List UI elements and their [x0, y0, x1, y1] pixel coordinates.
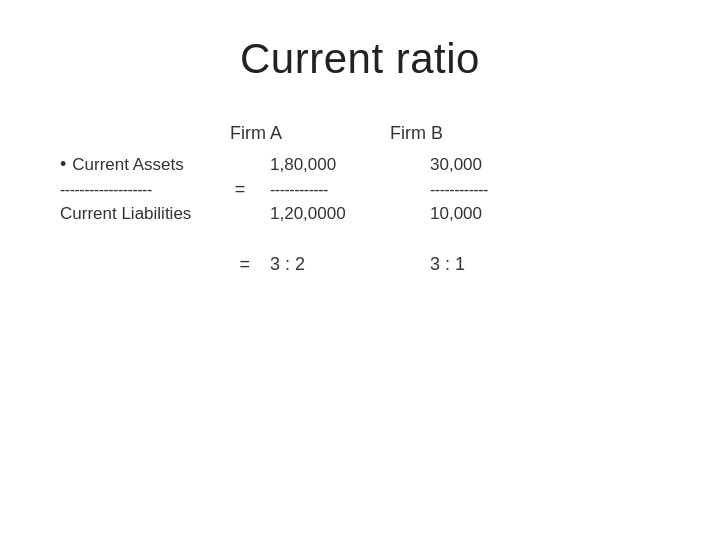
header-row: Firm A Firm B	[220, 123, 660, 144]
divider-label: -------------------	[60, 181, 220, 199]
result-firm-b: 3 : 1	[420, 254, 580, 275]
current-assets-firm-a: 1,80,000	[260, 155, 420, 175]
content-area: Firm A Firm B • Current Assets 1,80,000 …	[60, 123, 660, 275]
result-row: = 3 : 2 3 : 1	[60, 254, 660, 275]
current-assets-firm-b: 30,000	[420, 155, 580, 175]
liabilities-firm-b: 10,000	[420, 204, 580, 224]
current-assets-row: • Current Assets 1,80,000 30,000	[60, 154, 660, 175]
firm-a-header: Firm A	[220, 123, 380, 144]
firm-b-header: Firm B	[380, 123, 540, 144]
liabilities-label: Current Liabilities	[60, 204, 220, 224]
divider-firm-a: ------------	[260, 181, 420, 199]
result-firm-a: 3 : 2	[260, 254, 420, 275]
bullet-icon: •	[60, 154, 66, 175]
divider-row: ------------------- = ------------ -----…	[60, 179, 660, 200]
result-equals: =	[60, 254, 260, 275]
liabilities-row: Current Liabilities 1,20,0000 10,000	[60, 204, 660, 224]
page-title: Current ratio	[240, 35, 480, 83]
current-assets-label: • Current Assets	[60, 154, 220, 175]
liabilities-firm-a: 1,20,0000	[260, 204, 420, 224]
equals-symbol: =	[220, 179, 260, 200]
divider-firm-b: ------------	[420, 181, 580, 199]
